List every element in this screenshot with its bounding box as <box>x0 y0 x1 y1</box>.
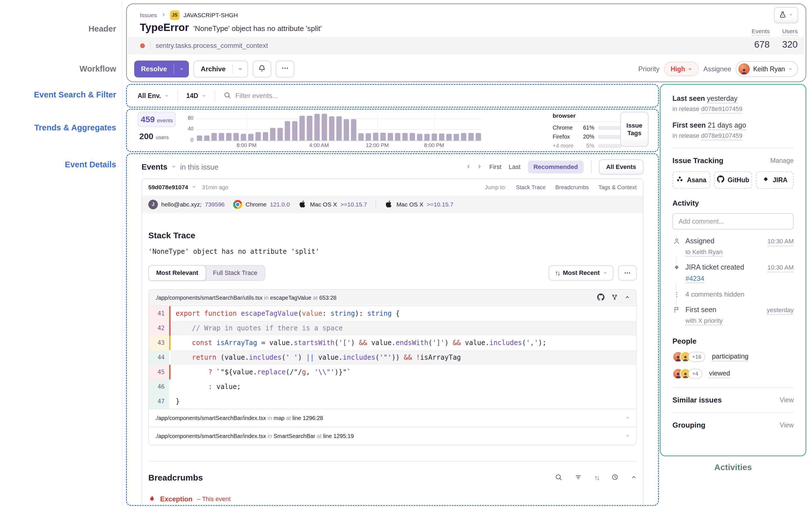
trend-users-label: users <box>156 134 168 140</box>
filter-events-input[interactable] <box>236 92 647 100</box>
histogram-bar <box>241 134 246 141</box>
events-count-toggle[interactable]: 459 events <box>138 112 176 127</box>
jira-ticket-link[interactable]: #4234 <box>686 275 704 283</box>
first-seen-value[interactable]: 21 days ago <box>708 121 746 130</box>
manage-link[interactable]: Manage <box>770 157 794 165</box>
previous-event-button[interactable] <box>466 164 471 170</box>
stack-trace-more-button[interactable] <box>618 265 637 281</box>
github-icon[interactable] <box>597 293 605 302</box>
release-hash-link[interactable]: d078e9107459 <box>701 105 743 114</box>
chevron-down-icon[interactable] <box>171 164 176 170</box>
users-count-toggle[interactable]: 200 users <box>139 131 169 141</box>
annotation-label-event-details: Event Details <box>6 160 116 169</box>
histogram-bar <box>395 133 400 140</box>
assignee-label: Assignee <box>703 65 731 73</box>
filter-icon[interactable] <box>574 473 582 482</box>
last-seen-value[interactable]: yesterday <box>707 94 737 103</box>
histogram-bar <box>226 133 232 140</box>
chevron-down-icon <box>202 92 206 100</box>
collapsed-stack-frame[interactable]: ./app/components/smartSearchBar/index.ts… <box>149 427 636 445</box>
people-row-label[interactable]: viewed <box>709 369 730 378</box>
context-chip[interactable]: Chrome121.0.0 <box>233 200 290 209</box>
sort-arrows-icon: ↑↓ <box>555 269 559 277</box>
people-count-pill[interactable]: +16 <box>688 352 705 362</box>
context-chip[interactable]: Mac OS X>=10.15.7 <box>298 200 367 210</box>
add-comment-input[interactable] <box>672 213 794 230</box>
x-axis-tick: 8:00 PM <box>237 142 257 149</box>
histogram-bar <box>255 132 261 140</box>
archive-dropdown-chevron-icon[interactable] <box>233 67 248 71</box>
assignee-select[interactable]: Keith Ryan <box>735 61 798 77</box>
context-chip[interactable]: Jhello@abc.xyz;739596 <box>148 200 225 209</box>
issue-tags-button[interactable]: Issue Tags <box>620 112 649 147</box>
assignee-name: Keith Ryan <box>753 65 785 73</box>
next-event-button[interactable] <box>476 164 482 170</box>
people-row-label[interactable]: participating <box>712 352 748 361</box>
activity-item: JIRA ticket created10:30 AM #4234 <box>672 263 794 283</box>
collapsed-stack-frame[interactable]: ./app/components/smartSearchBar/index.ts… <box>149 409 636 427</box>
resolve-dropdown-chevron-icon[interactable] <box>174 67 189 71</box>
event-id[interactable]: 59d078e91074 <box>148 184 188 191</box>
subscribe-bell-button[interactable] <box>253 61 271 77</box>
history-clock-icon[interactable] <box>611 473 619 482</box>
breadcrumb-row-exception[interactable]: Exception – This event <box>148 495 637 503</box>
tag-facet-row[interactable]: Chrome61% <box>553 124 623 131</box>
chevron-down-icon <box>788 65 793 73</box>
sort-arrows-icon[interactable]: ↑↓ <box>594 474 599 482</box>
context-chip[interactable]: Mac OS X>=10.15.7 <box>385 200 453 210</box>
recommended-event-pill[interactable]: Recommended <box>528 161 583 173</box>
similar-issues-view-link[interactable]: View <box>780 396 794 404</box>
suspect-commit-icon[interactable] <box>611 294 618 302</box>
tag-facet-row[interactable]: Firefox20% <box>553 133 623 140</box>
annotation-label-trends-aggregates: Trends & Aggregates <box>6 123 116 132</box>
frame-location: 653:28 <box>319 295 336 301</box>
archive-button[interactable]: Archive <box>193 61 248 77</box>
environment-select[interactable]: All Env. <box>138 92 169 100</box>
jump-link-tags-context[interactable]: Tags & Context <box>598 184 637 191</box>
sort-label: Most Recent <box>563 269 600 277</box>
release-hash-link[interactable]: d078e9107459 <box>701 132 743 140</box>
frame-path: ./app/components/smartSearchBar/utils.ts… <box>155 295 262 301</box>
search-icon[interactable] <box>555 473 562 482</box>
breadcrumb-issues-link[interactable]: Issues <box>140 12 157 18</box>
ellipsis-icon <box>281 64 289 74</box>
stack-frame: ./app/components/smartSearchBar/utils.ts… <box>148 289 637 445</box>
events-stat-value: 678 <box>752 39 770 50</box>
priority-select[interactable]: High <box>664 62 699 76</box>
breadcrumb-note: – This event <box>197 496 231 503</box>
divider <box>150 41 151 50</box>
first-event-link[interactable]: First <box>490 163 502 171</box>
users-stat-label[interactable]: Users <box>782 28 798 36</box>
tab-full-stack-trace[interactable]: Full Stack Trace <box>206 266 265 280</box>
frame-function: escapeTagValue <box>270 295 311 301</box>
collapse-chevron-up-icon[interactable] <box>631 474 637 481</box>
activity-title: Activity <box>672 199 794 208</box>
jump-link-stack-trace[interactable]: Stack Trace <box>516 184 546 191</box>
tag-facet-row[interactable]: +4 more5% <box>553 143 623 149</box>
code-line: 45 ? `"${value.replace(/"/g, '\\"')}"` <box>149 365 636 379</box>
resolve-button[interactable]: Resolve <box>134 61 189 77</box>
last-seen-label: Last seen <box>672 94 705 102</box>
stack-frame-header[interactable]: ./app/components/smartSearchBar/utils.ts… <box>149 290 636 306</box>
histogram-bar <box>277 128 283 140</box>
more-actions-button[interactable] <box>276 61 294 77</box>
flask-icon <box>779 11 786 19</box>
date-range-select[interactable]: 14D <box>186 92 206 100</box>
people-count-pill[interactable]: +4 <box>688 369 702 379</box>
chevron-down-icon[interactable] <box>192 185 196 190</box>
all-events-button[interactable]: All Events <box>599 159 644 175</box>
divider <box>375 200 376 209</box>
integration-asana-button[interactable]: Asana <box>672 171 710 189</box>
experiment-menu-button[interactable] <box>774 7 798 23</box>
tab-most-relevant[interactable]: Most Relevant <box>148 265 206 281</box>
grouping-view-link[interactable]: View <box>780 421 794 429</box>
integration-jira-button[interactable]: JIRA <box>756 171 794 189</box>
histogram-bar <box>468 133 474 140</box>
chevron-up-icon[interactable] <box>625 295 630 301</box>
last-event-link[interactable]: Last <box>509 163 520 171</box>
jump-link-breadcrumbs[interactable]: Breadcrumbs <box>555 184 589 191</box>
events-stat-label[interactable]: Events <box>752 28 770 36</box>
integration-github-button[interactable]: GitHub <box>714 171 752 189</box>
resolve-button-label: Resolve <box>134 65 174 73</box>
sort-most-recent-button[interactable]: ↑↓ Most Recent <box>549 265 613 281</box>
